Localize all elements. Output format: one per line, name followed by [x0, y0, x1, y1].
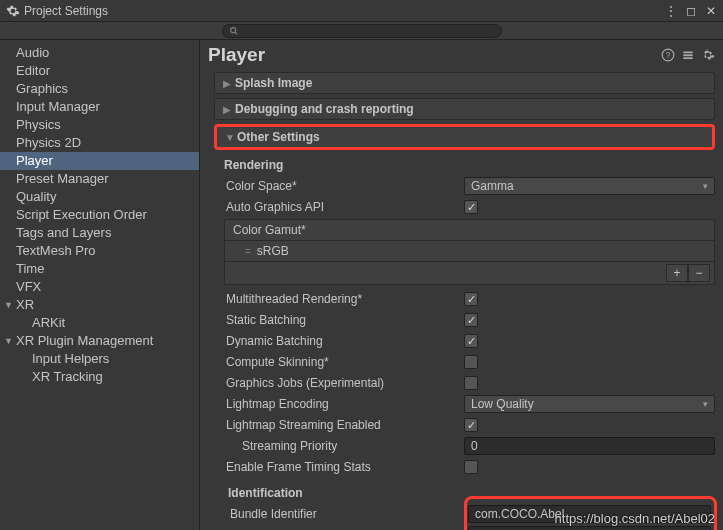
svg-rect-4 — [683, 52, 692, 54]
sidebar-item-textmesh[interactable]: TextMesh Pro — [0, 242, 199, 260]
inspector: ▶ Splash Image ▶ Debugging and crash rep… — [200, 72, 723, 530]
sidebar-item-vfx[interactable]: VFX — [0, 278, 199, 296]
field-compute-skinning: Compute Skinning* — [224, 352, 715, 372]
svg-text:?: ? — [666, 51, 671, 60]
sidebar-item-input-manager[interactable]: Input Manager — [0, 98, 199, 116]
color-gamut-label: Color Gamut* — [225, 220, 714, 241]
lightmap-streaming-checkbox[interactable] — [464, 418, 478, 432]
static-batching-checkbox[interactable] — [464, 313, 478, 327]
field-streaming-priority: Streaming Priority 0 — [224, 436, 715, 456]
svg-point-0 — [230, 27, 235, 32]
chevron-down-icon: ▼ — [225, 132, 237, 143]
field-lightmap-streaming: Lightmap Streaming Enabled — [224, 415, 715, 435]
field-dynamic-batching: Dynamic Batching — [224, 331, 715, 351]
maximize-icon[interactable]: ◻ — [685, 5, 697, 17]
sidebar-item-xr-tracking[interactable]: XR Tracking — [0, 368, 199, 386]
content-header: Player ? — [200, 40, 723, 72]
preset-icon[interactable] — [681, 48, 695, 62]
svg-line-1 — [235, 32, 237, 34]
field-multithreaded: Multithreaded Rendering* — [224, 289, 715, 309]
compute-skinning-checkbox[interactable] — [464, 355, 478, 369]
main-layout: Audio Editor Graphics Input Manager Phys… — [0, 40, 723, 530]
search-input[interactable] — [222, 24, 502, 38]
section-splash-image[interactable]: ▶ Splash Image — [214, 72, 715, 94]
svg-rect-5 — [683, 54, 692, 56]
sidebar-item-xr-plugin[interactable]: ▼XR Plugin Management — [0, 332, 199, 350]
dynamic-batching-checkbox[interactable] — [464, 334, 478, 348]
lightmap-encoding-dropdown[interactable]: Low Quality — [464, 395, 715, 413]
close-icon[interactable]: ✕ — [705, 5, 717, 17]
sidebar-item-graphics[interactable]: Graphics — [0, 80, 199, 98]
auto-graphics-checkbox[interactable] — [464, 200, 478, 214]
identification-header: Identification — [228, 486, 711, 500]
watermark: https://blog.csdn.net/Abel02 — [555, 511, 715, 526]
remove-button[interactable]: − — [688, 264, 710, 282]
field-lightmap-encoding: Lightmap Encoding Low Quality — [224, 394, 715, 414]
chevron-down-icon: ▼ — [4, 333, 14, 349]
sidebar-item-quality[interactable]: Quality — [0, 188, 199, 206]
sidebar-item-arkit[interactable]: ARKit — [0, 314, 199, 332]
sidebar-item-time[interactable]: Time — [0, 260, 199, 278]
section-other-settings[interactable]: ▼ Other Settings — [214, 124, 715, 150]
sidebar-item-player[interactable]: Player — [0, 152, 199, 170]
svg-rect-6 — [683, 57, 692, 59]
version-input[interactable]: 1.0 — [468, 526, 711, 530]
color-gamut-item[interactable]: =sRGB — [225, 241, 714, 261]
search-bar — [0, 22, 723, 40]
field-frame-timing: Enable Frame Timing Stats — [224, 457, 715, 477]
sidebar-item-physics[interactable]: Physics — [0, 116, 199, 134]
chevron-right-icon: ▶ — [223, 78, 235, 89]
menu-icon[interactable]: ⋮ — [665, 5, 677, 17]
color-gamut-list: Color Gamut* =sRGB + − — [224, 219, 715, 285]
add-button[interactable]: + — [666, 264, 688, 282]
content-panel: Player ? ▶ Splash Image ▶ Debugging and … — [200, 40, 723, 530]
graphics-jobs-checkbox[interactable] — [464, 376, 478, 390]
sidebar-item-script-exec[interactable]: Script Execution Order — [0, 206, 199, 224]
gear-icon — [6, 4, 20, 18]
sidebar-item-physics2d[interactable]: Physics 2D — [0, 134, 199, 152]
sidebar-item-input-helpers[interactable]: Input Helpers — [0, 350, 199, 368]
page-title: Player — [208, 44, 661, 66]
sidebar-item-tags-layers[interactable]: Tags and Layers — [0, 224, 199, 242]
sidebar-item-xr[interactable]: ▼XR — [0, 296, 199, 314]
streaming-priority-input[interactable]: 0 — [464, 437, 715, 455]
sidebar-item-audio[interactable]: Audio — [0, 44, 199, 62]
rendering-header: Rendering — [224, 158, 715, 172]
settings-icon[interactable] — [701, 48, 715, 62]
window-controls: ⋮ ◻ ✕ — [665, 5, 717, 17]
sidebar-item-preset-manager[interactable]: Preset Manager — [0, 170, 199, 188]
frame-timing-checkbox[interactable] — [464, 460, 478, 474]
section-debugging[interactable]: ▶ Debugging and crash reporting — [214, 98, 715, 120]
drag-icon: = — [245, 246, 251, 257]
field-auto-graphics: Auto Graphics API — [224, 197, 715, 217]
field-graphics-jobs: Graphics Jobs (Experimental) — [224, 373, 715, 393]
sidebar-item-editor[interactable]: Editor — [0, 62, 199, 80]
field-color-space: Color Space* Gamma — [224, 176, 715, 196]
chevron-down-icon: ▼ — [4, 297, 14, 313]
field-static-batching: Static Batching — [224, 310, 715, 330]
chevron-right-icon: ▶ — [223, 104, 235, 115]
search-icon — [229, 26, 239, 36]
other-settings-body: Rendering Color Space* Gamma Auto Graphi… — [214, 152, 715, 530]
color-space-dropdown[interactable]: Gamma — [464, 177, 715, 195]
multithreaded-checkbox[interactable] — [464, 292, 478, 306]
help-icon[interactable]: ? — [661, 48, 675, 62]
window-title: Project Settings — [24, 4, 665, 18]
titlebar: Project Settings ⋮ ◻ ✕ — [0, 0, 723, 22]
sidebar: Audio Editor Graphics Input Manager Phys… — [0, 40, 200, 530]
